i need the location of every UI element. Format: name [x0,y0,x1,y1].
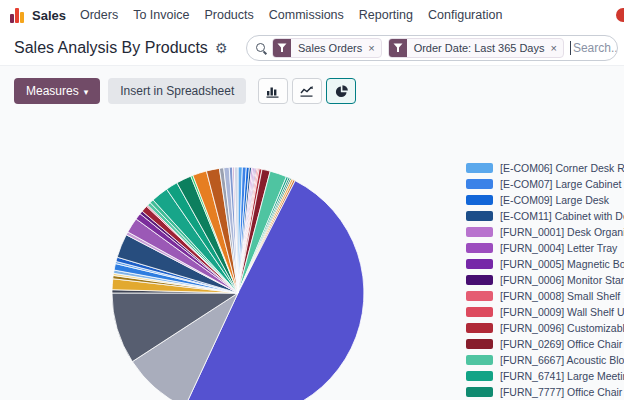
legend-swatch [466,259,493,269]
bar-chart-button[interactable] [258,78,288,104]
nav-item-orders[interactable]: Orders [80,8,118,22]
legend-item[interactable]: [E-COM09] Large Desk [466,192,624,208]
facet-list: Sales Orders×Order Date: Last 365 Days× [272,38,570,58]
legend-item[interactable]: [FURN_0096] Customizable De [466,320,624,336]
control-panel: Sales Analysis By Products ⚙ Sales Order… [0,30,624,66]
legend-item[interactable]: [FURN_0005] Magnetic Board [466,256,624,272]
nav-item-reporting[interactable]: Reporting [359,8,413,22]
legend-swatch [466,387,493,397]
legend-swatch [466,307,493,317]
legend-item[interactable]: [FURN_0269] Office Chair Blac [466,336,624,352]
legend-label: [FURN_0096] Customizable De [500,322,624,334]
legend-label: [FURN_6667] Acoustic Bloc Sc [500,354,624,366]
legend-swatch [466,227,493,237]
filter-funnel-icon [389,38,407,58]
legend-item[interactable]: [FURN_7777] Office Chair [466,384,624,400]
filter-funnel-icon [273,38,291,58]
chart-legend: [E-COM06] Corner Desk Right S[E-COM07] L… [466,160,624,400]
legend-item[interactable]: [FURN_0008] Small Shelf [466,288,624,304]
legend-swatch [466,355,493,365]
line-chart-icon [299,84,315,98]
legend-item[interactable]: [FURN_0004] Letter Tray [466,240,624,256]
nav-item-commissions[interactable]: Commissions [269,8,344,22]
legend-swatch [466,195,493,205]
legend-label: [FURN_7777] Office Chair [500,386,622,398]
legend-swatch [466,243,493,253]
pie-chart[interactable] [111,166,365,400]
facet-label: Sales Orders [291,42,367,54]
legend-label: [E-COM09] Large Desk [500,194,609,206]
content-area: Measures▾ Insert in Spreadsheet [0,66,624,400]
nav-item-products[interactable]: Products [204,8,253,22]
legend-swatch [466,275,493,285]
legend-label: [FURN_0009] Wall Shelf Unit [500,306,624,318]
search-bar[interactable]: Sales Orders×Order Date: Last 365 Days× … [246,35,618,61]
legend-item[interactable]: [FURN_0009] Wall Shelf Unit [466,304,624,320]
pie-chart-button[interactable] [326,78,356,104]
page-title: Sales Analysis By Products [14,39,208,57]
legend-item[interactable]: [E-COM07] Large Cabinet [466,176,624,192]
legend-swatch [466,339,493,349]
close-icon[interactable]: × [367,42,380,54]
nav-menu: OrdersTo InvoiceProductsCommissionsRepor… [80,8,502,22]
legend-label: [FURN_0004] Letter Tray [500,242,617,254]
search-icon [256,43,265,52]
user-avatar[interactable] [616,8,624,22]
facet-label: Order Date: Last 365 Days [407,42,550,54]
search-input[interactable]: Search... [570,41,618,55]
measures-button[interactable]: Measures▾ [14,78,100,104]
legend-item[interactable]: [FURN_6667] Acoustic Bloc Sc [466,352,624,368]
close-icon[interactable]: × [549,42,562,54]
legend-label: [E-COM06] Corner Desk Right S [500,162,624,174]
pie-chart-icon [334,84,349,99]
legend-swatch [466,211,493,221]
legend-label: [FURN_0008] Small Shelf [500,290,620,302]
insert-in-spreadsheet-button[interactable]: Insert in Spreadsheet [108,78,246,104]
legend-swatch [466,163,493,173]
legend-item[interactable]: [FURN_0006] Monitor Stand [466,272,624,288]
nav-item-configuration[interactable]: Configuration [428,8,502,22]
top-navbar: Sales OrdersTo InvoiceProductsCommission… [0,0,624,30]
legend-label: [FURN_0001] Desk Organizer [500,226,624,238]
search-facet[interactable]: Order Date: Last 365 Days× [388,38,564,58]
app-name[interactable]: Sales [32,8,66,23]
legend-label: [E-COM07] Large Cabinet [500,178,621,190]
nav-item-to-invoice[interactable]: To Invoice [133,8,189,22]
legend-item[interactable]: [E-COM11] Cabinet with Doors [466,208,624,224]
chevron-down-icon: ▾ [84,87,89,97]
toolbar: Measures▾ Insert in Spreadsheet [0,66,624,112]
legend-swatch [466,371,493,381]
legend-label: [FURN_0006] Monitor Stand [500,274,624,286]
legend-label: [E-COM11] Cabinet with Doors [500,210,624,222]
pie-chart-area: [E-COM06] Corner Desk Right S[E-COM07] L… [0,108,624,400]
legend-label: [FURN_6741] Large Meeting Ta [500,370,624,382]
legend-swatch [466,323,493,333]
legend-swatch [466,291,493,301]
gear-icon[interactable]: ⚙ [215,40,228,56]
legend-label: [FURN_0269] Office Chair Blac [500,338,624,350]
legend-item[interactable]: [E-COM06] Corner Desk Right S [466,160,624,176]
search-facet[interactable]: Sales Orders× [272,38,382,58]
legend-label: [FURN_0005] Magnetic Board [500,258,624,270]
legend-swatch [466,179,493,189]
legend-item[interactable]: [FURN_0001] Desk Organizer [466,224,624,240]
bar-chart-icon [265,84,281,98]
chart-type-switcher [258,78,356,104]
legend-item[interactable]: [FURN_6741] Large Meeting Ta [466,368,624,384]
line-chart-button[interactable] [292,78,322,104]
sales-app-icon[interactable] [10,8,24,23]
